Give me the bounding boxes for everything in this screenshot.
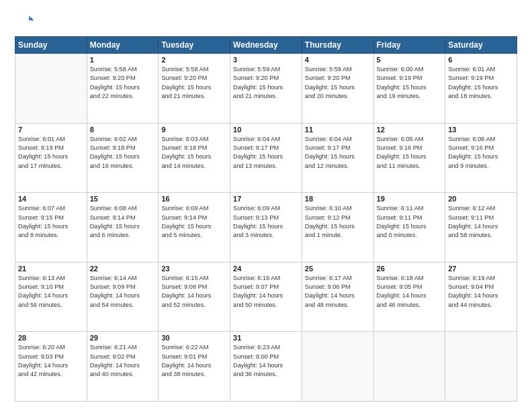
day-info: Sunrise: 6:05 AM Sunset: 9:16 PM Dayligh… [377,135,443,171]
day-info: Sunrise: 6:13 AM Sunset: 9:10 PM Dayligh… [18,274,84,310]
header [15,12,517,31]
day-number: 27 [448,265,514,273]
day-info: Sunrise: 6:17 AM Sunset: 9:06 PM Dayligh… [305,274,371,310]
calendar-cell: 24Sunrise: 6:16 AM Sunset: 9:07 PM Dayli… [230,262,302,332]
calendar-week-2: 14Sunrise: 6:07 AM Sunset: 9:15 PM Dayli… [15,193,517,263]
day-info: Sunrise: 5:58 AM Sunset: 9:20 PM Dayligh… [161,65,227,101]
day-number: 18 [305,195,371,203]
day-info: Sunrise: 6:19 AM Sunset: 9:04 PM Dayligh… [448,274,514,310]
calendar-cell: 10Sunrise: 6:04 AM Sunset: 9:17 PM Dayli… [230,123,302,193]
calendar-cell: 25Sunrise: 6:17 AM Sunset: 9:06 PM Dayli… [302,262,373,332]
calendar-cell: 20Sunrise: 6:12 AM Sunset: 9:11 PM Dayli… [445,193,517,263]
calendar-cell: 26Sunrise: 6:18 AM Sunset: 9:05 PM Dayli… [373,262,445,332]
calendar-week-3: 21Sunrise: 6:13 AM Sunset: 9:10 PM Dayli… [15,262,517,332]
calendar-cell: 9Sunrise: 6:03 AM Sunset: 9:18 PM Daylig… [159,123,230,193]
day-number: 24 [233,265,299,273]
calendar-cell [15,54,87,124]
day-info: Sunrise: 6:22 AM Sunset: 9:01 PM Dayligh… [161,343,227,379]
day-number: 16 [161,195,227,203]
calendar-cell: 19Sunrise: 6:11 AM Sunset: 9:11 PM Dayli… [373,193,445,263]
day-info: Sunrise: 6:09 AM Sunset: 9:13 PM Dayligh… [233,204,299,240]
day-number: 26 [377,265,443,273]
day-number: 23 [161,265,227,273]
day-info: Sunrise: 6:04 AM Sunset: 9:17 PM Dayligh… [305,135,371,171]
calendar-cell: 7Sunrise: 6:01 AM Sunset: 9:19 PM Daylig… [15,123,87,193]
day-info: Sunrise: 6:15 AM Sunset: 9:08 PM Dayligh… [161,274,227,310]
calendar-cell [373,332,445,402]
day-info: Sunrise: 6:11 AM Sunset: 9:11 PM Dayligh… [377,204,443,240]
day-info: Sunrise: 6:18 AM Sunset: 9:05 PM Dayligh… [377,274,443,310]
day-info: Sunrise: 6:04 AM Sunset: 9:17 PM Dayligh… [233,135,299,171]
day-number: 25 [305,265,371,273]
day-number: 19 [377,195,443,203]
day-info: Sunrise: 6:20 AM Sunset: 9:03 PM Dayligh… [18,343,84,379]
day-number: 28 [18,334,84,342]
day-number: 10 [233,126,299,134]
calendar-week-1: 7Sunrise: 6:01 AM Sunset: 9:19 PM Daylig… [15,123,517,193]
calendar-cell: 16Sunrise: 6:09 AM Sunset: 9:14 PM Dayli… [159,193,230,263]
day-info: Sunrise: 6:00 AM Sunset: 9:19 PM Dayligh… [377,65,443,101]
calendar-header-row: SundayMondayTuesdayWednesdayThursdayFrid… [15,37,517,54]
calendar-header-wednesday: Wednesday [230,37,302,54]
calendar-cell: 11Sunrise: 6:04 AM Sunset: 9:17 PM Dayli… [302,123,373,193]
day-info: Sunrise: 6:10 AM Sunset: 9:12 PM Dayligh… [305,204,371,240]
day-number: 17 [233,195,299,203]
calendar-table: SundayMondayTuesdayWednesdayThursdayFrid… [15,36,517,402]
day-number: 5 [377,56,443,64]
calendar-cell: 13Sunrise: 6:06 AM Sunset: 9:16 PM Dayli… [445,123,517,193]
day-info: Sunrise: 6:16 AM Sunset: 9:07 PM Dayligh… [233,274,299,310]
day-number: 14 [18,195,84,203]
day-number: 8 [90,126,156,134]
day-info: Sunrise: 5:59 AM Sunset: 9:20 PM Dayligh… [233,65,299,101]
day-info: Sunrise: 5:59 AM Sunset: 9:20 PM Dayligh… [305,65,371,101]
day-info: Sunrise: 6:02 AM Sunset: 9:18 PM Dayligh… [90,135,156,171]
calendar-cell: 27Sunrise: 6:19 AM Sunset: 9:04 PM Dayli… [445,262,517,332]
calendar-cell: 23Sunrise: 6:15 AM Sunset: 9:08 PM Dayli… [159,262,230,332]
calendar-header-tuesday: Tuesday [159,37,230,54]
day-info: Sunrise: 6:12 AM Sunset: 9:11 PM Dayligh… [448,204,514,240]
day-number: 20 [448,195,514,203]
calendar-cell: 31Sunrise: 6:23 AM Sunset: 9:00 PM Dayli… [230,332,302,402]
day-info: Sunrise: 6:09 AM Sunset: 9:14 PM Dayligh… [161,204,227,240]
day-number: 22 [90,265,156,273]
calendar-week-0: 1Sunrise: 5:58 AM Sunset: 9:20 PM Daylig… [15,54,517,124]
day-info: Sunrise: 6:14 AM Sunset: 9:09 PM Dayligh… [90,274,156,310]
svg-rect-0 [15,12,34,31]
calendar-cell: 12Sunrise: 6:05 AM Sunset: 9:16 PM Dayli… [373,123,445,193]
day-info: Sunrise: 6:08 AM Sunset: 9:14 PM Dayligh… [90,204,156,240]
calendar-cell: 6Sunrise: 6:01 AM Sunset: 9:19 PM Daylig… [445,54,517,124]
calendar-cell: 17Sunrise: 6:09 AM Sunset: 9:13 PM Dayli… [230,193,302,263]
calendar-cell: 28Sunrise: 6:20 AM Sunset: 9:03 PM Dayli… [15,332,87,402]
calendar-week-4: 28Sunrise: 6:20 AM Sunset: 9:03 PM Dayli… [15,332,517,402]
day-number: 7 [18,126,84,134]
calendar-cell: 18Sunrise: 6:10 AM Sunset: 9:12 PM Dayli… [302,193,373,263]
logo [15,12,36,31]
day-number: 11 [305,126,371,134]
calendar-header-sunday: Sunday [15,37,87,54]
day-number: 2 [161,56,227,64]
day-info: Sunrise: 6:07 AM Sunset: 9:15 PM Dayligh… [18,204,84,240]
calendar-cell: 22Sunrise: 6:14 AM Sunset: 9:09 PM Dayli… [87,262,159,332]
calendar-header-thursday: Thursday [302,37,373,54]
calendar-cell [445,332,517,402]
page: SundayMondayTuesdayWednesdayThursdayFrid… [0,0,532,411]
calendar-cell: 21Sunrise: 6:13 AM Sunset: 9:10 PM Dayli… [15,262,87,332]
day-info: Sunrise: 6:01 AM Sunset: 9:19 PM Dayligh… [18,135,84,171]
day-number: 29 [90,334,156,342]
day-info: Sunrise: 6:06 AM Sunset: 9:16 PM Dayligh… [448,135,514,171]
day-number: 21 [18,265,84,273]
logo-icon [15,12,34,31]
day-info: Sunrise: 5:58 AM Sunset: 9:20 PM Dayligh… [90,65,156,101]
calendar-cell: 2Sunrise: 5:58 AM Sunset: 9:20 PM Daylig… [159,54,230,124]
day-number: 31 [233,334,299,342]
calendar-cell: 3Sunrise: 5:59 AM Sunset: 9:20 PM Daylig… [230,54,302,124]
calendar-header-friday: Friday [373,37,445,54]
day-number: 12 [377,126,443,134]
day-info: Sunrise: 6:03 AM Sunset: 9:18 PM Dayligh… [161,135,227,171]
day-number: 15 [90,195,156,203]
calendar-cell: 29Sunrise: 6:21 AM Sunset: 9:02 PM Dayli… [87,332,159,402]
calendar-cell: 8Sunrise: 6:02 AM Sunset: 9:18 PM Daylig… [87,123,159,193]
day-info: Sunrise: 6:01 AM Sunset: 9:19 PM Dayligh… [448,65,514,101]
day-number: 30 [161,334,227,342]
day-number: 1 [90,56,156,64]
